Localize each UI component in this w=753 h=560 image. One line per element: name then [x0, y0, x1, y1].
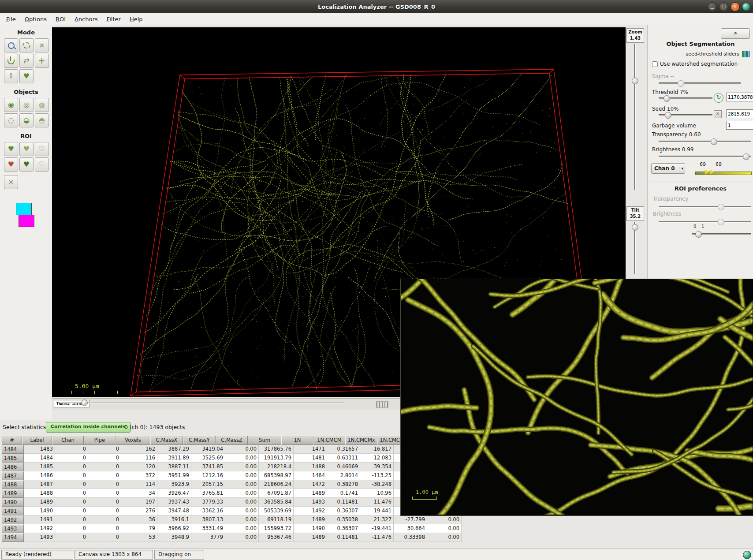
maximize-button[interactable]: □: [719, 2, 728, 11]
roi-range-slider-handle[interactable]: [695, 231, 702, 238]
table-cell[interactable]: 0: [55, 507, 88, 515]
table-row[interactable]: 14851484001163911.893525.690.00191913.79…: [2, 454, 462, 463]
table-cell[interactable]: 67091.87: [259, 489, 294, 498]
table-cell[interactable]: 3926.47: [157, 489, 191, 498]
table-cell[interactable]: 1484: [24, 454, 55, 463]
table-cell[interactable]: 116: [121, 454, 157, 463]
threshold-slider-handle[interactable]: [664, 95, 670, 102]
table-row[interactable]: 1494149300533948.937790.0095367.4614890.…: [2, 533, 462, 542]
table-cell[interactable]: 0.00: [225, 471, 259, 480]
clear-seed-icon[interactable]: ×: [714, 110, 722, 118]
table-cell[interactable]: 1489: [294, 533, 327, 542]
row-header[interactable]: 1491: [2, 507, 24, 515]
row-header[interactable]: 1494: [2, 533, 24, 542]
table-cell[interactable]: 372: [121, 471, 157, 480]
histogram-icon[interactable]: [742, 51, 750, 57]
table-cell[interactable]: 3947.48: [157, 507, 191, 515]
table-row[interactable]: 14881487001143923.92057.150.00218606.241…: [2, 480, 462, 489]
col-header-#[interactable]: #: [2, 436, 22, 445]
table-cell[interactable]: 1488: [294, 463, 327, 471]
table-cell[interactable]: 1490: [24, 507, 55, 515]
table-cell[interactable]: 1492: [24, 524, 55, 533]
table-cell[interactable]: 0: [55, 489, 88, 498]
table-cell[interactable]: 1489: [294, 489, 327, 498]
favorite-button[interactable]: ♥: [19, 69, 34, 83]
table-cell[interactable]: 3887.29: [157, 445, 191, 454]
correlation-button[interactable]: Correlation inside channels: [46, 422, 130, 433]
table-cell[interactable]: 0.00: [225, 445, 259, 454]
table-cell[interactable]: 0.11481: [327, 533, 360, 542]
roi-clear-button[interactable]: ×: [4, 175, 18, 189]
table-cell[interactable]: 69118.19: [259, 515, 294, 524]
range-marker-high[interactable]: [710, 169, 714, 175]
col-header-Voxels[interactable]: Voxels: [116, 436, 150, 445]
table-cell[interactable]: 1488: [24, 489, 55, 498]
object-delete-button[interactable]: ◌: [4, 113, 18, 127]
table-cell[interactable]: 3779: [191, 533, 225, 542]
table-cell[interactable]: 3916.1: [157, 515, 191, 524]
sigma-slider[interactable]: [659, 82, 741, 84]
table-cell[interactable]: 79: [121, 524, 157, 533]
col-header-Sum[interactable]: Sum: [248, 436, 281, 445]
table-cell[interactable]: 0.63311: [327, 454, 360, 463]
transparency-slider[interactable]: [659, 141, 751, 142]
table-cell[interactable]: -12.083: [360, 454, 394, 463]
table-cell[interactable]: 0.00: [225, 454, 259, 463]
table-cell[interactable]: 0: [88, 507, 121, 515]
table-cell[interactable]: 1486: [24, 471, 55, 480]
table-cell[interactable]: 0.00: [225, 489, 259, 498]
transparency-slider-handle[interactable]: [711, 138, 717, 145]
col-header-Label[interactable]: Label: [22, 436, 52, 445]
col-header-1N.CMCMx[interactable]: 1N.CMCMx: [345, 436, 377, 445]
table-cell[interactable]: -38.248: [360, 480, 394, 489]
table-cell[interactable]: 0: [88, 454, 121, 463]
table-cell[interactable]: 1489: [24, 498, 55, 507]
table-cell[interactable]: 1212.16: [191, 471, 225, 480]
titlebar[interactable]: Localization Analyzer -- GSD008_R_0 ▁□×: [0, 0, 753, 13]
object-lower-button[interactable]: ◒: [19, 113, 34, 127]
table-cell[interactable]: -16.817: [360, 445, 394, 454]
row-header[interactable]: 1490: [2, 498, 24, 507]
table-cell[interactable]: 1491: [24, 515, 55, 524]
roi-copy-button[interactable]: ♡: [35, 142, 49, 156]
table-cell[interactable]: 3951.99: [157, 471, 191, 480]
move-button[interactable]: [35, 54, 49, 68]
table-cell[interactable]: 39.354: [360, 463, 394, 471]
table-cell[interactable]: 685398.97: [259, 471, 294, 480]
menu-help[interactable]: Help: [125, 15, 147, 24]
menu-options[interactable]: Options: [20, 15, 51, 24]
brightness-slider[interactable]: [659, 156, 751, 157]
table-cell[interactable]: 30.664: [394, 524, 427, 533]
table-cell[interactable]: 3937.43: [157, 498, 191, 507]
object-raise-button[interactable]: ◓: [35, 113, 49, 127]
table-cell[interactable]: 0.00: [225, 515, 259, 524]
table-cell[interactable]: 1483: [24, 445, 55, 454]
table-cell[interactable]: 0.00: [225, 524, 259, 533]
table-row[interactable]: 14841483001623887.293419.040.00317865.76…: [2, 445, 462, 454]
table-cell[interactable]: 1472: [294, 480, 327, 489]
table-cell[interactable]: 0.33398: [394, 533, 427, 542]
table-row[interactable]: 1493149200793966.923331.490.00155993.721…: [2, 524, 462, 533]
roi-add-button[interactable]: ♥: [4, 142, 18, 156]
table-cell[interactable]: 0.38278: [327, 480, 360, 489]
table-cell[interactable]: 120: [121, 463, 157, 471]
table-cell[interactable]: 0.00: [225, 507, 259, 515]
table-cell[interactable]: 1492: [294, 507, 327, 515]
table-cell[interactable]: 505339.69: [259, 507, 294, 515]
table-cell[interactable]: 276: [121, 507, 157, 515]
table-cell[interactable]: 0: [55, 498, 88, 507]
roi-brightness-slider[interactable]: [659, 221, 751, 223]
lasso-button[interactable]: [19, 38, 34, 52]
table-cell[interactable]: -19.441: [360, 524, 394, 533]
table-cell[interactable]: 3807.13: [191, 515, 225, 524]
table-cell[interactable]: 95367.46: [259, 533, 294, 542]
table-cell[interactable]: 0: [55, 524, 88, 533]
table-cell[interactable]: 19.441: [360, 507, 394, 515]
table-cell[interactable]: 0.00: [427, 533, 462, 542]
table-cell[interactable]: 3765.81: [191, 489, 225, 498]
close-button[interactable]: ×: [731, 2, 740, 11]
object-merge-button[interactable]: ◍: [35, 98, 49, 112]
table-cell[interactable]: 0.31657: [327, 445, 360, 454]
import-button[interactable]: ⇩: [4, 69, 18, 83]
table-cell[interactable]: 0.00: [427, 524, 462, 533]
